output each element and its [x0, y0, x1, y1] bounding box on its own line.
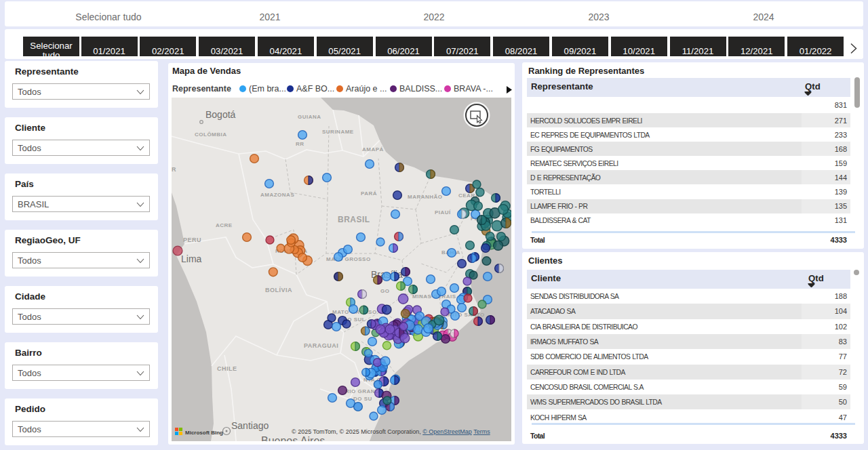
svg-text:PIAUÍ: PIAUÍ	[435, 209, 451, 216]
svg-text:Santiago: Santiago	[231, 420, 269, 431]
svg-text:RR: RR	[296, 141, 304, 147]
svg-text:Buenos Aires: Buenos Aires	[261, 435, 325, 441]
svg-text:PERU: PERU	[183, 237, 201, 243]
svg-text:PARÁ: PARÁ	[361, 190, 377, 197]
svg-text:AMAPÁ: AMAPÁ	[362, 146, 384, 152]
svg-text:BOLÍVIA: BOLÍVIA	[265, 287, 292, 293]
svg-text:GO: GO	[380, 288, 389, 294]
svg-text:SURINAME: SURINAME	[322, 129, 354, 135]
svg-text:R: R	[172, 166, 176, 173]
svg-text:DO SU: DO SU	[353, 396, 372, 402]
svg-text:AMAZONAS: AMAZONAS	[260, 192, 294, 198]
svg-text:Microsoft Bing: Microsoft Bing	[185, 430, 223, 436]
svg-text:BRASIL: BRASIL	[338, 215, 370, 224]
svg-text:COLÔMBIA: COLÔMBIA	[195, 131, 227, 138]
svg-text:CHILE: CHILE	[217, 365, 237, 372]
svg-text:ACRE: ACRE	[216, 222, 233, 228]
svg-text:MARANHÃO: MARANHÃO	[408, 194, 443, 200]
svg-text:GUIANA: GUIANA	[298, 114, 321, 120]
svg-text:Lima: Lima	[181, 253, 202, 264]
svg-text:MATO GROSSO: MATO GROSSO	[326, 256, 371, 262]
svg-text:PARAGUAI: PARAGUAI	[304, 342, 338, 349]
svg-text:Bogotá: Bogotá	[205, 109, 236, 120]
svg-text:© 2025 TomTom, © 2025 Microsof: © 2025 TomTom, © 2025 Microsoft Corporat…	[292, 428, 490, 435]
